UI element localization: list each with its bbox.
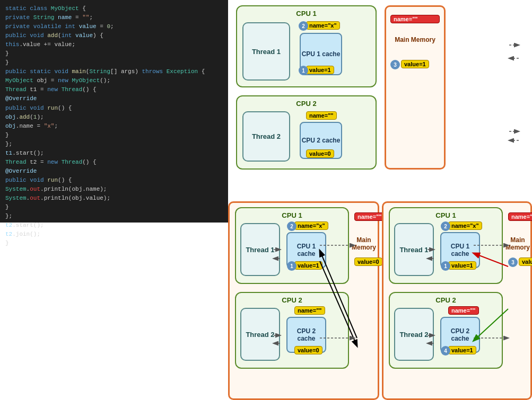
top-thread1-box: Thread 1 — [242, 22, 290, 81]
top-thread2-box: Thread 2 — [242, 111, 290, 162]
top-cpu1-group: CPU 1 Thread 1 2 name="x" CPU 1 cache 1 … — [236, 5, 377, 87]
bl-mm-label: Main Memory — [345, 236, 382, 251]
bl-namex-tag: name="x" — [294, 221, 328, 230]
bl-cpu2-group: CPU 2 Thread 2 name="" CPU 2 cache value… — [235, 292, 349, 369]
top-cpu2-label: CPU 2 — [296, 100, 316, 108]
bl-mm-value-tag: value=0 — [354, 257, 382, 266]
br-main-memory-area: name="" Main Memory 3 value=1 — [507, 207, 529, 398]
br-namex-tag: name="x" — [448, 221, 482, 230]
br-name-empty-red-tag: name="" — [448, 306, 479, 315]
bl-badge1: 1 — [287, 261, 296, 271]
bl-cpu1-label: CPU 1 — [282, 211, 302, 219]
bl-main-memory-area: name="" Main Memory value=0 — [353, 207, 376, 398]
br-thread2-box: Thread 2 — [394, 308, 434, 361]
br-mm-label: Main Memory — [499, 236, 532, 251]
bl-value1-tag: value=1 — [294, 261, 322, 270]
br-cpu1-label: CPU 1 — [435, 211, 456, 219]
top-value1-tag: value=1 — [306, 66, 334, 74]
bottom-left-panel: CPU 1 Thread 1 2 name="x" CPU 1 cache 1 … — [228, 201, 379, 400]
br-cpu2-group: CPU 2 Thread 2 name="" CPU 2 cache 4 val… — [389, 292, 503, 369]
top-name-empty-tag: name="" — [306, 111, 337, 120]
top-badge2: 2 — [299, 21, 308, 31]
br-value1-tag: value=1 — [448, 261, 476, 270]
bl-cpu2-label: CPU 2 — [282, 296, 302, 304]
code-content: static class MyObject { private String n… — [5, 4, 223, 248]
diagrams-area: CPU 1 Thread 1 2 name="x" CPU 1 cache 1 … — [228, 0, 532, 400]
br-mm-value-tag: value=1 — [519, 257, 532, 266]
top-value0-tag: value=0 — [306, 149, 334, 158]
top-badge3: 3 — [390, 60, 400, 69]
code-panel: static class MyObject { private String n… — [0, 0, 228, 223]
br-cpu2-label: CPU 2 — [435, 296, 456, 304]
bl-mm-name-tag: name="" — [354, 212, 385, 221]
top-arrows — [456, 0, 532, 201]
br-badge1: 1 — [441, 261, 450, 271]
br-badge3: 3 — [508, 257, 518, 267]
top-mm-label: Main Memory — [386, 36, 444, 43]
bottom-right-panel: CPU 1 Thread 1 2 name="x" CPU 1 cache 1 … — [382, 201, 532, 400]
br-badge4: 4 — [441, 346, 450, 355]
top-badge1: 1 — [299, 66, 308, 75]
bl-name-empty-tag: name="" — [294, 306, 325, 315]
br-mm-name-tag: name="" — [508, 212, 532, 221]
top-cpu1-label: CPU 1 — [296, 10, 316, 17]
bl-value0-tag: value=0 — [294, 346, 322, 354]
br-value1b-tag: value=1 — [448, 346, 476, 354]
br-cpu1-group: CPU 1 Thread 1 2 name="x" CPU 1 cache 1 … — [389, 207, 503, 284]
top-cpu2-group: CPU 2 Thread 2 name="" CPU 2 cache value… — [236, 95, 377, 170]
bl-badge2: 2 — [287, 221, 296, 231]
top-mm-value-tag: value=1 — [401, 60, 429, 68]
bl-cpu1-group: CPU 1 Thread 1 2 name="x" CPU 1 cache 1 … — [235, 207, 349, 284]
top-mm-name-tag: name="" — [390, 15, 440, 23]
top-main-memory: name="" Main Memory 3 value=1 — [385, 5, 446, 170]
top-namex-tag: name="x" — [306, 21, 340, 30]
br-thread1-box: Thread 1 — [394, 223, 434, 276]
bl-thread1-box: Thread 1 — [240, 223, 280, 276]
bl-thread2-box: Thread 2 — [240, 308, 280, 361]
br-badge2: 2 — [441, 221, 450, 231]
